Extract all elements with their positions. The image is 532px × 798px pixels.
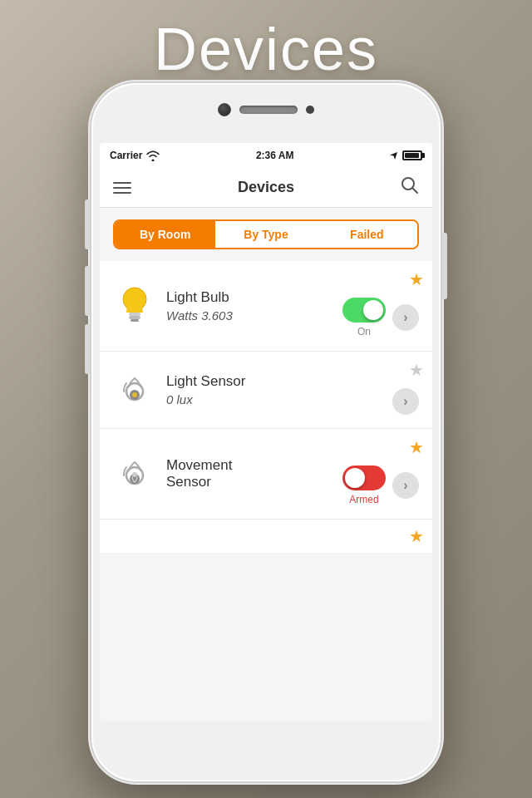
motion-toggle[interactable] xyxy=(342,466,386,490)
device-info-bulb: Light Bulb Watts 3.603 xyxy=(166,289,342,322)
svg-rect-5 xyxy=(131,319,139,322)
sensor-chevron[interactable]: › xyxy=(392,388,419,415)
device-name-sensor: Light Sensor xyxy=(166,373,392,390)
motion-toggle-area: Armed xyxy=(342,466,386,505)
device-info-motion: Movement Sensor xyxy=(166,457,342,491)
background-title: Devices xyxy=(0,15,532,83)
device-icon-sensor xyxy=(113,368,156,411)
motion-chevron[interactable]: › xyxy=(392,472,419,499)
device-value-sensor: 0 lux xyxy=(166,392,392,406)
svg-point-8 xyxy=(132,392,137,397)
speaker xyxy=(239,106,298,114)
phone-shell: Carrier 2:36 AM xyxy=(91,83,441,781)
device-icon-motion xyxy=(113,452,156,495)
toggle-label-motion: Armed xyxy=(349,494,378,505)
status-bar: Carrier 2:36 AM xyxy=(100,143,432,168)
tab-by-type[interactable]: By Type xyxy=(215,221,316,248)
device-info-sensor: Light Sensor 0 lux xyxy=(166,373,392,406)
camera xyxy=(218,103,231,116)
search-icon xyxy=(401,176,419,195)
bulb-chevron[interactable]: › xyxy=(392,304,419,331)
search-button[interactable] xyxy=(401,176,419,199)
phone-screen: Carrier 2:36 AM xyxy=(100,143,432,722)
tab-failed[interactable]: Failed xyxy=(317,221,417,248)
carrier-text: Carrier xyxy=(110,150,142,161)
wifi-icon xyxy=(145,150,160,161)
device-list: Light Bulb Watts 3.603 ★ On › xyxy=(100,261,432,553)
battery-icon xyxy=(402,150,422,160)
motion-sensor-icon xyxy=(116,452,154,495)
phone-top-details xyxy=(218,103,314,116)
star-badge-sensor[interactable]: ★ xyxy=(409,360,424,380)
filter-tabs: By Room By Type Failed xyxy=(113,219,419,249)
status-right xyxy=(389,150,422,160)
device-value-bulb: Watts 3.603 xyxy=(166,308,342,323)
star-badge-fourth[interactable]: ★ xyxy=(409,526,424,546)
lightbulb-icon xyxy=(117,284,152,328)
nav-bar: Devices xyxy=(100,168,432,208)
motion-controls: Armed › xyxy=(342,466,419,505)
page-title: Devices xyxy=(238,179,294,196)
device-name-bulb: Light Bulb xyxy=(166,289,342,306)
toggle-knob xyxy=(363,300,383,320)
sensor-controls: › xyxy=(392,388,419,415)
device-item-light-bulb: Light Bulb Watts 3.603 ★ On › xyxy=(100,261,432,352)
status-time: 2:36 AM xyxy=(256,150,294,161)
device-item-movement-sensor: Movement Sensor ★ Armed › xyxy=(100,429,432,520)
bulb-controls: On › xyxy=(342,298,419,337)
menu-button[interactable] xyxy=(113,182,131,194)
svg-point-11 xyxy=(132,472,137,477)
device-item-light-sensor: Light Sensor 0 lux ★ › xyxy=(100,352,432,429)
device-name-motion: Movement Sensor xyxy=(166,457,342,491)
light-sensor-icon xyxy=(116,368,154,411)
device-icon-bulb xyxy=(113,284,156,328)
location-icon xyxy=(389,150,399,160)
sensor xyxy=(306,106,314,114)
bulb-toggle-area: On xyxy=(342,298,386,337)
device-item-fourth: ★ xyxy=(100,520,432,553)
status-left: Carrier xyxy=(110,150,160,161)
svg-rect-4 xyxy=(129,316,140,319)
toggle-knob-motion xyxy=(345,468,365,488)
star-badge-bulb[interactable]: ★ xyxy=(409,269,424,289)
toggle-label-bulb: On xyxy=(357,326,371,337)
svg-rect-3 xyxy=(129,313,140,316)
tab-by-room[interactable]: By Room xyxy=(115,221,215,248)
svg-line-1 xyxy=(412,188,417,193)
star-badge-motion[interactable]: ★ xyxy=(409,437,424,457)
bulb-toggle[interactable] xyxy=(342,298,386,323)
